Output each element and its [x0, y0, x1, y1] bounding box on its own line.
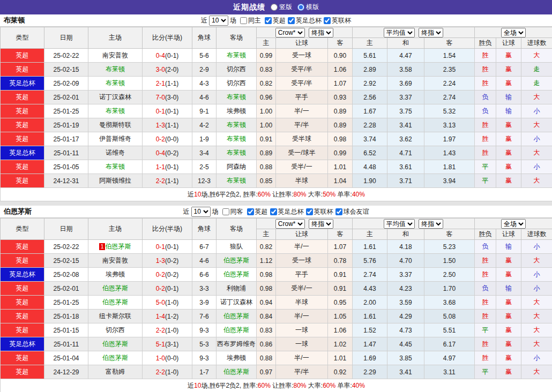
- match-count-select[interactable]: 10: [209, 16, 228, 26]
- scope-select[interactable]: 全场: [501, 219, 526, 229]
- summary-segment: 50%: [323, 191, 335, 198]
- sub-header-asia-away: 客: [328, 229, 353, 240]
- league-cell: 英超: [1, 323, 44, 337]
- odds-final-select[interactable]: 终指: [309, 219, 333, 229]
- fulltime-score: 0-4: [156, 52, 165, 59]
- sub-header-handicap-result: 让球: [496, 38, 521, 49]
- asia-handicap-cell: 一球: [276, 323, 328, 337]
- league-checkbox[interactable]: [270, 208, 277, 215]
- home-cell: 伯恩茅斯: [88, 282, 143, 296]
- league-checkbox[interactable]: [324, 17, 331, 24]
- layout-radio-vertical[interactable]: [271, 4, 278, 11]
- odds-final-select[interactable]: 终指: [309, 28, 333, 37]
- league-checkbox[interactable]: [247, 208, 254, 215]
- odds-company-select[interactable]: Crow*: [275, 28, 305, 37]
- result-text: 大: [534, 298, 540, 306]
- sub-header-euro-home: 主: [353, 229, 387, 240]
- goals-result-cell: 小: [521, 268, 552, 282]
- col-header-score: 比分(半场): [143, 27, 192, 49]
- league-cell: 英足总杯: [1, 77, 44, 91]
- euro-home-odds-cell: 2.92: [353, 77, 387, 91]
- league-cell: 英足总杯: [1, 337, 44, 351]
- league-checkbox[interactable]: [306, 208, 313, 215]
- date-cell: 24-12-31: [44, 174, 88, 188]
- odds-company-select[interactable]: Crow*: [275, 219, 305, 229]
- euro-away-odds-cell: 2.50: [424, 268, 475, 282]
- league-option: 英超: [263, 16, 286, 25]
- summary-segment: 60%: [323, 382, 335, 389]
- asia-handicap-cell: 平手: [276, 91, 328, 104]
- euro-away-odds-cell: 1.81: [424, 160, 475, 174]
- scope-select[interactable]: 全场: [501, 28, 526, 37]
- away-team: 布莱顿: [227, 93, 246, 101]
- europe-final-select[interactable]: 终指: [419, 219, 443, 229]
- match-row: 英超25-02-22南安普敦0-4(0-1)5-6布莱顿0.99受一球0.905…: [1, 49, 552, 63]
- europe-avg-select[interactable]: 平均值: [384, 28, 415, 37]
- goals-result-cell: 大: [521, 310, 552, 323]
- home-cell: 埃弗顿: [88, 268, 143, 282]
- asia-home-odds-cell: 0.99: [257, 49, 276, 63]
- match-count-select[interactable]: 10: [191, 207, 211, 217]
- asia-handicap-cell: 半/一: [276, 104, 328, 118]
- match-result-cell: 平: [475, 365, 496, 379]
- fulltime-score: 0-2: [156, 271, 165, 278]
- away-team: 布莱顿: [227, 51, 246, 59]
- result-text: 走: [534, 79, 540, 87]
- europe-avg-select[interactable]: 平均值: [384, 219, 415, 229]
- score-cell: 0-1(0-1): [143, 104, 192, 118]
- asia-away-odds-cell: 0.92: [328, 365, 353, 379]
- away-cell: 伯恩茅斯: [217, 310, 257, 323]
- match-result-cell: 胜: [475, 296, 496, 310]
- score-cell: 5-0(1-0): [143, 296, 192, 310]
- match-row: 英超24-12-31阿斯顿维拉2-2(1-1)12-3布莱顿0.85半球1.04…: [1, 174, 552, 188]
- home-cell: 1伯恩茅斯: [88, 240, 143, 254]
- away-cell: 布莱顿: [217, 132, 257, 146]
- goals-result-cell: 走: [521, 77, 552, 91]
- match-result-cell: 胜: [475, 77, 496, 91]
- fulltime-score: 0-1: [156, 108, 165, 115]
- goals-result-cell: 大: [521, 337, 552, 351]
- result-text: 赢: [505, 340, 512, 348]
- result-text: 大: [534, 177, 540, 184]
- home-cell: 布莱顿: [88, 77, 143, 91]
- team-section-bournemouth: 伯恩茅斯 近 10 场 同客 英超英足总杯英联杯球会友谊 类型 日期 主场: [0, 206, 552, 392]
- euro-away-odds-cell: 5.51: [424, 323, 475, 337]
- euro-away-odds-cell: 4.97: [424, 351, 475, 365]
- section-filter-bar: 伯恩茅斯 近 10 场 同客 英超英足总杯英联杯球会友谊: [0, 206, 552, 218]
- result-text: 负: [482, 243, 489, 250]
- layout-radio-horizontal[interactable]: [297, 4, 304, 11]
- home-team: 南安普敦: [102, 257, 128, 264]
- league-label: 英超: [255, 207, 268, 216]
- asia-handicap-cell: 半球: [276, 174, 328, 188]
- league-option: 英足总杯: [268, 207, 304, 216]
- recent-results-page: 近期战绩 竖版 横版 布莱顿 近 10 场 同主 英超英足总杯英联杯: [0, 0, 552, 392]
- euro-away-odds-cell: 1.54: [424, 49, 475, 63]
- col-header-type: 类型: [1, 218, 44, 240]
- same-venue-checkbox[interactable]: [240, 17, 247, 24]
- halftime-score: (0-2): [165, 149, 178, 157]
- europe-final-select[interactable]: 终指: [419, 28, 443, 37]
- match-row: 英超25-02-15布莱顿3-0(2-0)2-9切尔西0.83受平/半1.062…: [1, 63, 552, 77]
- same-venue-checkbox[interactable]: [222, 208, 229, 215]
- away-cell: 切尔西: [217, 77, 257, 91]
- away-team: 诺丁汉森林: [220, 298, 252, 306]
- sub-header-euro-draw: 和: [387, 38, 424, 49]
- league-checkbox[interactable]: [265, 17, 272, 24]
- away-team: 西布罗姆维奇: [217, 340, 256, 348]
- match-row: 英超25-01-05布莱顿1-1(0-1)2-5阿森纳0.88受半/一1.014…: [1, 160, 552, 174]
- handicap-result-cell: 赢: [496, 296, 521, 310]
- handicap-result-cell: 赢: [496, 337, 521, 351]
- euro-away-odds-cell: 3.13: [424, 118, 475, 132]
- league-filters: 英超英足总杯英联杯球会友谊: [245, 207, 369, 216]
- euro-home-odds-cell: 5.76: [353, 254, 387, 268]
- asia-handicap-cell: 受一球: [276, 254, 328, 268]
- home-team: 切尔西: [106, 326, 125, 334]
- league-checkbox[interactable]: [335, 208, 342, 215]
- result-text: 小: [534, 163, 540, 170]
- league-checkbox[interactable]: [288, 17, 295, 24]
- asia-away-odds-cell: 1.07: [328, 77, 353, 91]
- asia-home-odds-cell: 0.86: [257, 337, 276, 351]
- summary-segment: 单率:: [335, 382, 352, 389]
- result-text: 平: [482, 368, 489, 375]
- match-result-cell: 平: [475, 160, 496, 174]
